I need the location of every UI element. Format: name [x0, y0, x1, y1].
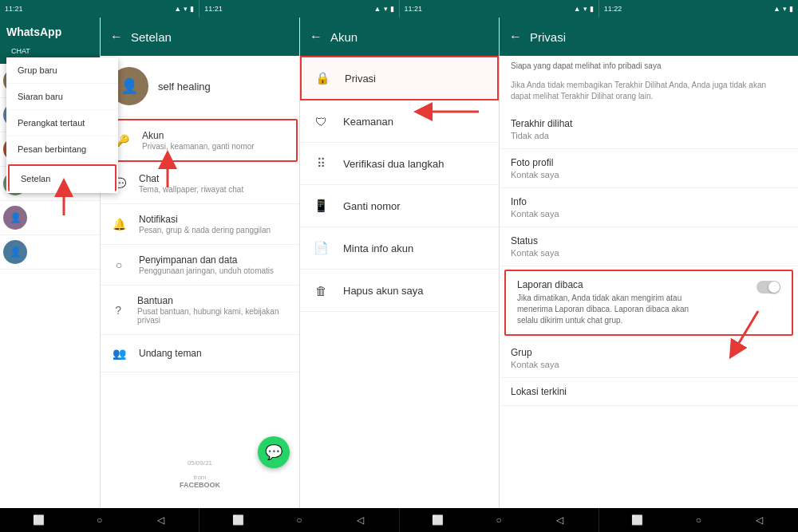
dropdown-item-grup-baru[interactable]: Grup baru — [6, 57, 118, 84]
nav-circle-4[interactable]: ○ — [691, 513, 705, 527]
wifi-icon-2: ▾ — [384, 5, 388, 13]
laporan-dibaca-container[interactable]: Laporan dibaca Jika dimatikan, Anda tida… — [504, 270, 793, 336]
from-label: from — [105, 474, 294, 481]
notif-icon: 🔔 — [110, 215, 128, 233]
hapus-icon: 🗑 — [311, 281, 330, 300]
verifikasi-icon: ⠿ — [311, 154, 330, 173]
akun-header-title: Akun — [330, 30, 358, 44]
status-bar-4: 11:22 ▲ ▾ ▮ — [599, 0, 798, 18]
profile-section[interactable]: 👤 self healing — [101, 56, 299, 117]
wifi-icon-1: ▾ — [184, 5, 188, 13]
privasi-item-foto[interactable]: Foto profil Kontak saya — [500, 149, 798, 188]
status-bars: 11:21 ▲ ▾ ▮ 11:21 ▲ ▾ ▮ 11:21 ▲ ▾ ▮ 11 — [0, 0, 798, 18]
minta-icon: 📄 — [311, 238, 330, 258]
privasi-item-status[interactable]: Status Kontak saya — [500, 227, 798, 266]
grup-value: Kontak saya — [511, 360, 787, 369]
dropdown-item-pesan[interactable]: Pesan berbintang — [6, 136, 118, 163]
nav-square-4[interactable]: ⬜ — [630, 513, 645, 527]
storage-label: Penyimpanan dan data — [139, 254, 274, 266]
setelan-back-button[interactable]: ← — [110, 30, 123, 44]
status-icons-2: ▲ ▾ ▮ — [374, 5, 394, 13]
settings-item-akun[interactable]: 🔑 Akun Privasi, keamanan, ganti nomor — [102, 119, 298, 162]
nav-square-3[interactable]: ⬜ — [431, 513, 445, 527]
akun-back-button[interactable]: ← — [310, 30, 322, 44]
nav-square-2[interactable]: ⬜ — [231, 513, 245, 527]
nav-triangle-3[interactable]: ◁ — [553, 513, 567, 527]
akun-sublabel: Privasi, keamanan, ganti nomor — [142, 142, 255, 151]
akun-item-ganti-nomor[interactable]: 📱 Ganti nomor — [300, 185, 499, 227]
nav-circle-1[interactable]: ○ — [93, 513, 107, 527]
privasi-item-lokasi[interactable]: Lokasi terkini — [500, 378, 798, 406]
wifi-icon-3: ▾ — [583, 5, 587, 13]
storage-icon: ○ — [110, 256, 128, 274]
status-bar-1: 11:21 ▲ ▾ ▮ — [0, 0, 200, 18]
nav-triangle-2[interactable]: ◁ — [353, 513, 367, 527]
verifikasi-label: Verifikasi dua langkah — [343, 158, 444, 170]
bantuan-sublabel: Pusat bantuan, hubungi kami, kebijakan p… — [137, 307, 290, 325]
notif-sublabel: Pesan, grup & nada dering panggilan — [139, 226, 271, 234]
nav-circle-3[interactable]: ○ — [492, 513, 506, 527]
privasi-header: ← Privasi — [500, 18, 798, 56]
foto-value: Kontak saya — [511, 170, 787, 179]
dropdown-item-siaran-baru[interactable]: Siaran baru — [6, 84, 118, 110]
privasi-item-info[interactable]: Info Kontak saya — [500, 188, 798, 227]
signal-icon-2: ▲ — [374, 5, 381, 13]
setelan-header: ← Setelan — [101, 18, 299, 56]
nav-bar-2: ⬜ ○ ◁ — [200, 508, 399, 532]
terakhir-label: Terakhir dilihat — [511, 118, 787, 129]
dropdown-item-perangkat[interactable]: Perangkat tertaut — [6, 110, 118, 136]
keamanan-icon: 🛡 — [311, 112, 330, 131]
dropdown-item-setelan[interactable]: Setelan — [8, 164, 117, 191]
settings-item-undang[interactable]: 👥 Undang teman — [101, 335, 299, 372]
avatar-6: 👤 — [3, 240, 27, 264]
settings-item-chat[interactable]: 💬 Chat Tema, wallpaper, riwayat chat — [101, 164, 299, 204]
info-label: Info — [511, 196, 787, 207]
status-icons-1: ▲ ▾ ▮ — [174, 5, 194, 13]
toggle-knob — [768, 282, 780, 293]
settings-item-notifikasi[interactable]: 🔔 Notifikasi Pesan, grup & nada dering p… — [101, 204, 299, 245]
privasi-item-terakhir[interactable]: Terakhir dilihat Tidak ada — [500, 110, 798, 149]
nav-triangle-1[interactable]: ◁ — [153, 513, 168, 527]
status-bar-2: 11:21 ▲ ▾ ▮ — [200, 0, 399, 18]
status-time-3: 11:21 — [405, 5, 423, 13]
akun-item-verifikasi[interactable]: ⠿ Verifikasi dua langkah — [300, 143, 499, 185]
privasi-back-button[interactable]: ← — [509, 30, 522, 44]
akun-header: ← Akun — [300, 18, 499, 56]
chat-item-6[interactable]: 👤 — [0, 235, 100, 270]
status-value: Kontak saya — [511, 248, 787, 258]
akun-item-hapus-akun[interactable]: 🗑 Hapus akun saya — [300, 270, 499, 312]
akun-item-minta-info[interactable]: 📄 Minta info akun — [300, 227, 499, 270]
notif-label: Notifikasi — [139, 214, 271, 225]
privasi-desc-top: Siapa yang dapat melihat info pribadi sa… — [500, 56, 798, 80]
status-icons-4: ▲ ▾ ▮ — [773, 5, 793, 13]
signal-icon-4: ▲ — [773, 5, 780, 13]
lokasi-label: Lokasi terkini — [511, 386, 787, 397]
chat-item-5[interactable]: 👤 — [0, 201, 100, 235]
keamanan-label: Keamanan — [343, 116, 393, 128]
privasi-label: Privasi — [345, 73, 376, 85]
storage-sublabel: Penggunaan jaringan, unduh otomatis — [139, 266, 274, 275]
facebook-label: FACEBOOK — [105, 481, 294, 489]
nav-square-1[interactable]: ⬜ — [31, 513, 45, 527]
privasi-desc-top-text: Siapa yang dapat melihat info pribadi sa… — [511, 61, 661, 70]
avatar-5: 👤 — [3, 206, 27, 230]
laporan-toggle[interactable] — [757, 281, 780, 294]
info-value: Kontak saya — [511, 209, 787, 219]
akun-item-privasi[interactable]: 🔒 Privasi — [300, 56, 499, 100]
nav-circle-2[interactable]: ○ — [292, 513, 306, 527]
settings-item-bantuan[interactable]: ? Bantuan Pusat bantuan, hubungi kami, k… — [101, 286, 299, 335]
privasi-item-grup[interactable]: Grup Kontak saya — [500, 339, 798, 378]
status-time-1: 11:21 — [5, 5, 23, 13]
status-label: Status — [511, 235, 787, 246]
nav-bar-1: ⬜ ○ ◁ — [0, 508, 200, 532]
panel-setelan: ← Setelan 👤 self healing 🔑 Akun Privasi,… — [100, 18, 299, 508]
chat-label: Chat — [139, 173, 243, 184]
nav-bar-4: ⬜ ○ ◁ — [599, 508, 798, 532]
nav-triangle-4[interactable]: ◁ — [753, 513, 767, 527]
setelan-title: Setelan — [131, 30, 172, 44]
akun-item-keamanan[interactable]: 🛡 Keamanan — [300, 100, 499, 143]
grup-label: Grup — [511, 347, 787, 358]
settings-item-penyimpanan[interactable]: ○ Penyimpanan dan data Penggunaan jaring… — [101, 245, 299, 286]
signal-icon-1: ▲ — [174, 5, 181, 13]
ganti-icon: 📱 — [311, 196, 330, 215]
